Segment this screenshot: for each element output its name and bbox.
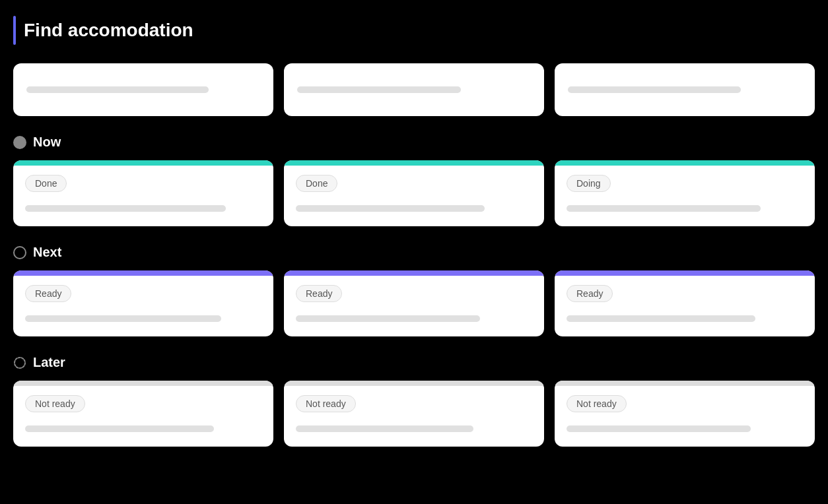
skeleton-line <box>296 205 485 212</box>
next-card-3-body: Ready <box>555 276 815 334</box>
next-card-1-body: Ready <box>13 276 273 334</box>
now-card-1-body: Done <box>13 166 273 224</box>
later-card-3: Not ready <box>555 381 815 447</box>
later-badge-3: Not ready <box>567 395 627 412</box>
skeleton-line <box>567 205 761 212</box>
later-card-1: Not ready <box>13 381 273 447</box>
later-label: Later <box>33 355 65 370</box>
next-card-1-bar <box>13 270 273 276</box>
skeleton-line <box>25 425 214 432</box>
next-card-2-bar <box>284 270 544 276</box>
now-card-1-bar <box>13 160 273 166</box>
skeleton-line <box>296 425 473 432</box>
now-section: Now Done Done Doing <box>13 135 815 226</box>
now-card-3-bar <box>555 160 815 166</box>
page-title: Find accomodation <box>24 20 193 41</box>
top-card-3 <box>555 63 815 116</box>
now-card-2-bar <box>284 160 544 166</box>
later-cards-grid: Not ready Not ready Not ready <box>13 381 815 447</box>
now-badge-2: Done <box>296 175 337 192</box>
later-section-header: Later <box>13 355 815 370</box>
next-card-2: Ready <box>284 270 544 336</box>
later-icon <box>13 356 26 369</box>
skeleton-line <box>568 86 741 93</box>
skeleton-line <box>25 205 226 212</box>
skeleton-line <box>26 86 209 93</box>
skeleton-line <box>567 315 755 322</box>
later-card-2-body: Not ready <box>284 386 544 444</box>
next-card-1: Ready <box>13 270 273 336</box>
next-card-3-bar <box>555 270 815 276</box>
next-badge-3: Ready <box>567 285 613 302</box>
later-card-1-body: Not ready <box>13 386 273 444</box>
skeleton-line <box>297 86 461 93</box>
next-badge-2: Ready <box>296 285 342 302</box>
page-header: Find accomodation <box>13 16 815 45</box>
svg-point-0 <box>15 358 25 368</box>
now-card-3: Doing <box>555 160 815 226</box>
skeleton-line <box>567 425 751 432</box>
top-card-row <box>13 63 815 116</box>
title-accent-bar <box>13 16 16 45</box>
later-card-2: Not ready <box>284 381 544 447</box>
now-card-2-body: Done <box>284 166 544 224</box>
next-section: Next Ready Ready Ready <box>13 245 815 336</box>
top-card-2 <box>284 63 544 116</box>
later-badge-2: Not ready <box>296 395 356 412</box>
next-card-3: Ready <box>555 270 815 336</box>
skeleton-line <box>296 315 480 322</box>
skeleton-line <box>25 315 221 322</box>
now-cards-grid: Done Done Doing <box>13 160 815 226</box>
next-badge-1: Ready <box>25 285 71 302</box>
now-card-2: Done <box>284 160 544 226</box>
next-icon <box>13 246 26 259</box>
next-label: Next <box>33 245 61 260</box>
later-section: Later Not ready Not ready Not ready <box>13 355 815 447</box>
now-badge-1: Done <box>25 175 67 192</box>
next-card-2-body: Ready <box>284 276 544 334</box>
now-icon <box>13 136 26 149</box>
later-card-3-body: Not ready <box>555 386 815 444</box>
now-card-3-body: Doing <box>555 166 815 224</box>
later-badge-1: Not ready <box>25 395 85 412</box>
later-card-2-bar <box>284 381 544 386</box>
next-cards-grid: Ready Ready Ready <box>13 270 815 336</box>
top-card-1 <box>13 63 273 116</box>
later-card-1-bar <box>13 381 273 386</box>
later-card-3-bar <box>555 381 815 386</box>
next-section-header: Next <box>13 245 815 260</box>
now-badge-3: Doing <box>567 175 611 192</box>
now-card-1: Done <box>13 160 273 226</box>
now-section-header: Now <box>13 135 815 150</box>
now-label: Now <box>33 135 61 150</box>
